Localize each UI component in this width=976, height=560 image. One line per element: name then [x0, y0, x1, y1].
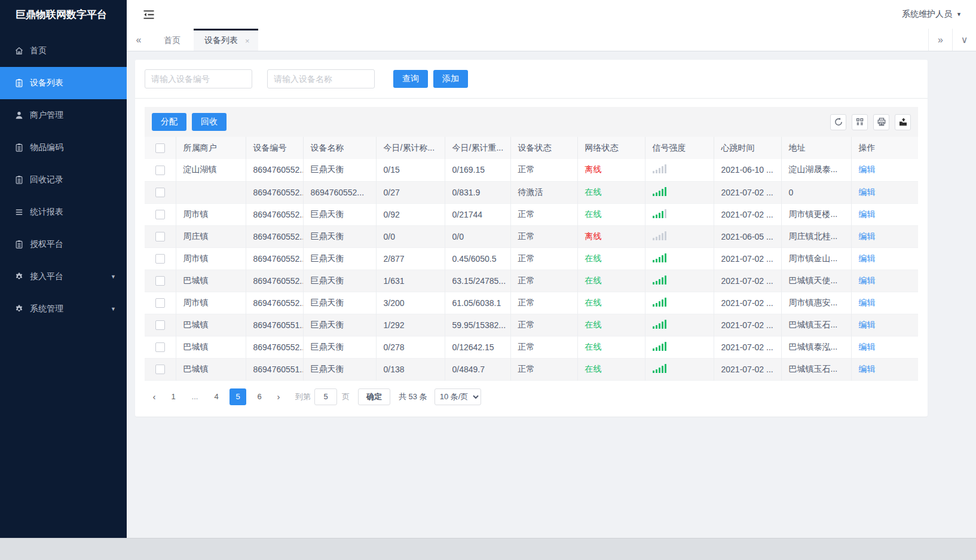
tab-home[interactable]: 首页 — [151, 29, 194, 51]
today-count-cell: 0/92 — [376, 203, 445, 225]
signal-cell — [645, 336, 714, 358]
page-number-4[interactable]: 4 — [208, 388, 225, 405]
device-status-cell: 正常 — [510, 203, 577, 225]
columns-button[interactable] — [852, 114, 868, 130]
row-checkbox[interactable] — [155, 342, 165, 352]
signal-strength-icon — [653, 187, 666, 196]
refresh-button[interactable] — [830, 114, 846, 130]
sidebar-item-label: 设备列表 — [30, 78, 63, 88]
edit-link[interactable]: 编辑 — [859, 342, 876, 351]
today-weight-cell: 0/0 — [445, 225, 510, 247]
network-status-badge: 在线 — [585, 187, 602, 197]
sidebar-item-home[interactable]: 首页 — [0, 35, 127, 67]
edit-link[interactable]: 编辑 — [859, 231, 876, 241]
page-items: 1...456 — [163, 388, 270, 405]
device-no-input[interactable] — [145, 69, 252, 88]
sidebar-item-item-code[interactable]: 物品编码 — [0, 131, 127, 164]
network-status-cell: 在线 — [577, 292, 645, 314]
edit-link[interactable]: 编辑 — [859, 187, 876, 197]
device-no-cell: 8694760552... — [246, 159, 303, 181]
device-name-cell: 巨鼎天衡 — [303, 336, 376, 358]
print-button[interactable] — [873, 114, 889, 130]
search-row: 查询 添加 — [145, 69, 918, 88]
merchant-cell: 淀山湖镇 — [176, 159, 246, 181]
today-count-cell: 0/278 — [376, 336, 445, 358]
row-checkbox[interactable] — [155, 298, 165, 308]
next-page-icon[interactable]: › — [270, 388, 287, 405]
clipboard-icon — [14, 78, 24, 88]
edit-link[interactable]: 编辑 — [859, 298, 876, 307]
user-menu[interactable]: 系统维护人员 ▼ — [902, 9, 962, 20]
tabs-dropdown-icon[interactable]: ∨ — [952, 29, 976, 51]
address-cell: 巴城镇玉石... — [781, 358, 851, 380]
close-icon[interactable]: × — [245, 36, 250, 45]
row-checkbox[interactable] — [155, 365, 165, 374]
sidebar-item-label: 统计报表 — [30, 207, 63, 218]
sidebar-item-stats-report[interactable]: 统计报表 — [0, 196, 127, 228]
address-cell: 淀山湖晟泰... — [781, 159, 851, 181]
confirm-button[interactable]: 确定 — [358, 388, 390, 405]
recycle-button[interactable]: 回收 — [192, 113, 227, 131]
edit-link[interactable]: 编辑 — [859, 320, 876, 329]
prev-page-icon[interactable]: ‹ — [146, 388, 163, 405]
row-checkbox[interactable] — [155, 166, 165, 175]
add-button[interactable]: 添加 — [433, 70, 468, 88]
device-no-cell: 8694760551... — [246, 314, 303, 336]
action-cell: 编辑 — [851, 247, 918, 270]
row-checkbox[interactable] — [155, 276, 165, 286]
page-number-1[interactable]: 1 — [165, 388, 182, 405]
row-checkbox[interactable] — [155, 188, 165, 197]
edit-link[interactable]: 编辑 — [859, 276, 876, 285]
tabs-scroll-left-icon[interactable]: « — [127, 29, 151, 51]
page-number-5[interactable]: 5 — [230, 388, 246, 405]
sidebar-item-label: 系统管理 — [30, 304, 63, 314]
device-name-cell: 巨鼎天衡 — [303, 225, 376, 247]
sidebar: 巨鼎物联网数字平台 首页设备列表商户管理物品编码回收记录统计报表授权平台接入平台… — [0, 0, 127, 538]
sidebar-item-label: 回收记录 — [30, 175, 63, 185]
row-checkbox-cell — [145, 181, 176, 203]
sidebar-item-merchant-mgmt[interactable]: 商户管理 — [0, 99, 127, 131]
row-checkbox[interactable] — [155, 232, 165, 241]
sidebar-item-recycle-record[interactable]: 回收记录 — [0, 164, 127, 196]
query-button[interactable]: 查询 — [393, 70, 428, 88]
select-all-checkbox[interactable] — [155, 143, 165, 153]
sidebar-item-auth-platform[interactable]: 授权平台 — [0, 228, 127, 261]
edit-link[interactable]: 编辑 — [859, 253, 876, 263]
assign-button[interactable]: 分配 — [152, 113, 186, 131]
clipboard-icon — [14, 143, 24, 152]
goto-page-input[interactable] — [314, 388, 337, 405]
edit-link[interactable]: 编辑 — [859, 364, 876, 374]
row-checkbox[interactable] — [155, 210, 165, 219]
device-name-input[interactable] — [267, 69, 375, 88]
sidebar-item-label: 接入平台 — [30, 271, 63, 282]
signal-strength-icon — [653, 276, 666, 284]
tabs-scroll-right-icon[interactable]: » — [928, 29, 952, 51]
export-button[interactable] — [895, 114, 911, 130]
signal-strength-icon — [653, 364, 666, 373]
row-checkbox[interactable] — [155, 254, 165, 264]
sidebar-collapse-icon[interactable] — [142, 10, 155, 20]
top-header: 系统维护人员 ▼ — [127, 0, 976, 29]
page-number-6[interactable]: 6 — [251, 388, 268, 405]
today-weight-cell: 0/831.9 — [445, 181, 510, 203]
table-row: 周市镇8694760552...巨鼎天衡2/8770.45/6050.5正常在线… — [145, 247, 918, 270]
page-size-select[interactable]: 10 条/页 — [435, 388, 481, 405]
sidebar-item-device-list[interactable]: 设备列表 — [0, 67, 127, 99]
address-cell: 周庄镇北桂... — [781, 225, 851, 247]
edit-link[interactable]: 编辑 — [859, 164, 876, 174]
action-cell: 编辑 — [851, 314, 918, 336]
row-checkbox-cell — [145, 336, 176, 358]
table-row: 8694760552...8694760552...0/270/831.9待激活… — [145, 181, 918, 203]
tab-device-list[interactable]: 设备列表× — [194, 29, 258, 51]
network-status-cell: 在线 — [577, 270, 645, 292]
today-weight-cell: 0/21744 — [445, 203, 510, 225]
network-status-cell: 离线 — [577, 159, 645, 181]
row-checkbox[interactable] — [155, 320, 165, 330]
sidebar-item-access-platform[interactable]: 接入平台▼ — [0, 261, 127, 293]
sidebar-item-system-mgmt[interactable]: 系统管理▼ — [0, 293, 127, 325]
device-status-cell: 正常 — [510, 159, 577, 181]
table-toolbar: 分配 回收 — [145, 107, 918, 137]
address-cell: 巴城镇天使... — [781, 270, 851, 292]
row-checkbox-cell — [145, 225, 176, 247]
edit-link[interactable]: 编辑 — [859, 209, 876, 219]
